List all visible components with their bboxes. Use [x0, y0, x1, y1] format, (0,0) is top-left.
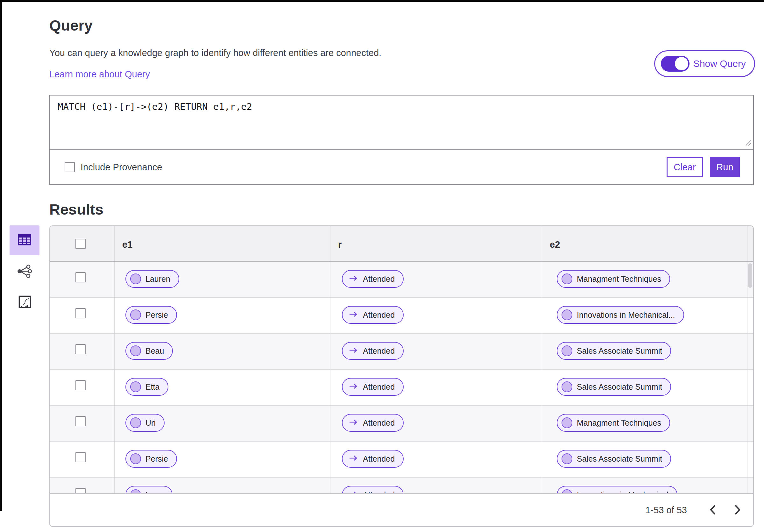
- cell-e1: Uri: [114, 406, 330, 441]
- entity-circle-icon: [562, 489, 572, 493]
- network-view-button[interactable]: [15, 263, 34, 281]
- relation-pill[interactable]: Attended: [342, 414, 404, 432]
- relation-arrow-icon: [349, 454, 358, 463]
- results-table: e1 r e2 Lauren: [49, 225, 754, 527]
- row-checkbox-cell: [50, 477, 114, 493]
- table-row: Lauren Attended Managment Techniques: [50, 262, 753, 298]
- select-all-checkbox[interactable]: [76, 239, 86, 249]
- scrollbar-gutter: [747, 298, 753, 333]
- relation-pill[interactable]: Attended: [342, 378, 404, 396]
- cell-e2: Managment Techniques: [542, 262, 747, 297]
- entity-pill[interactable]: Larry: [125, 486, 173, 493]
- entity-pill[interactable]: Sales Associate Summit: [557, 342, 671, 360]
- entity-pill[interactable]: Lauren: [125, 270, 179, 288]
- cell-r: Attended: [330, 370, 542, 405]
- next-page-button[interactable]: [731, 502, 744, 518]
- scrollbar-gutter: [747, 442, 753, 477]
- entity2-pill-label: Managment Techniques: [577, 418, 661, 428]
- show-query-toggle[interactable]: Show Query: [654, 50, 755, 77]
- row-checkbox[interactable]: [76, 488, 86, 493]
- cell-e2: Innovations in Mechanical: [542, 477, 747, 493]
- learn-more-link[interactable]: Learn more about Query: [49, 69, 150, 80]
- entity-circle-icon: [130, 489, 141, 493]
- entity-pill-label: Persie: [145, 454, 168, 463]
- cell-e2: Innovations in Mechanical...: [542, 298, 747, 333]
- relation-arrow-icon: [349, 275, 358, 283]
- chevron-left-icon: [709, 504, 717, 516]
- include-provenance-checkbox[interactable]: [65, 162, 75, 172]
- row-checkbox[interactable]: [76, 416, 86, 426]
- row-checkbox[interactable]: [76, 344, 86, 354]
- vertical-scrollbar[interactable]: [748, 263, 752, 288]
- row-checkbox-cell: [50, 406, 114, 441]
- column-header-r-label: r: [338, 240, 342, 250]
- screenshot-top-edge: [0, 0, 764, 2]
- relation-pill[interactable]: Attended: [342, 342, 404, 360]
- entity-pill[interactable]: Persie: [125, 450, 177, 468]
- entity-circle-icon: [130, 309, 141, 320]
- entity-pill[interactable]: Managment Techniques: [557, 414, 670, 432]
- resize-handle-icon[interactable]: [745, 139, 752, 147]
- cell-e2: Sales Associate Summit: [542, 442, 747, 477]
- entity-pill[interactable]: Sales Associate Summit: [557, 378, 671, 396]
- chevron-right-icon: [733, 504, 742, 516]
- entity-pill[interactable]: Etta: [125, 378, 168, 396]
- pagination-range: 1-53 of 53: [645, 505, 687, 515]
- entity-pill[interactable]: Persie: [125, 306, 177, 324]
- relation-arrow-icon: [349, 383, 358, 391]
- page-title: Query: [49, 17, 93, 34]
- cell-e1: Larry: [114, 477, 330, 493]
- screenshot-left-edge: [0, 0, 2, 511]
- relation-pill-label: Attended: [363, 310, 395, 320]
- entity2-pill-label: Sales Associate Summit: [577, 454, 662, 463]
- row-checkbox-cell: [50, 334, 114, 369]
- entity-pill-label: Larry: [145, 490, 164, 493]
- column-header-e2-label: e2: [550, 240, 560, 250]
- query-input[interactable]: MATCH (e1)-[r]->(e2) RETURN e1,r,e2: [50, 95, 753, 149]
- relation-pill[interactable]: Attended: [342, 486, 404, 493]
- toggle-switch-icon[interactable]: [661, 56, 689, 72]
- cell-r: Attended: [330, 298, 542, 333]
- cell-e1: Persie: [114, 298, 330, 333]
- map-view-button[interactable]: [17, 294, 33, 311]
- row-checkbox[interactable]: [76, 308, 86, 318]
- query-panel: MATCH (e1)-[r]->(e2) RETURN e1,r,e2 Incl…: [49, 95, 754, 185]
- table-view-button[interactable]: [10, 225, 40, 255]
- clear-button[interactable]: Clear: [667, 157, 703, 177]
- query-toolbar: Include Provenance Clear Run: [50, 150, 753, 184]
- cell-e1: Etta: [114, 370, 330, 405]
- row-checkbox[interactable]: [76, 380, 86, 390]
- row-checkbox[interactable]: [76, 452, 86, 462]
- entity-pill[interactable]: Sales Associate Summit: [557, 450, 671, 468]
- table-row: Persie Attended Innovations in Mechanica…: [50, 298, 753, 334]
- entity-pill[interactable]: Managment Techniques: [557, 270, 670, 288]
- run-button[interactable]: Run: [710, 157, 740, 177]
- entity2-pill-label: Sales Associate Summit: [577, 346, 662, 356]
- toggle-knob: [675, 57, 688, 70]
- row-checkbox-cell: [50, 442, 114, 477]
- relation-pill-label: Attended: [363, 382, 395, 392]
- relation-pill[interactable]: Attended: [342, 450, 404, 468]
- row-checkbox[interactable]: [76, 272, 86, 282]
- relation-pill-label: Attended: [363, 418, 395, 428]
- relation-pill[interactable]: Attended: [342, 270, 404, 288]
- entity-pill[interactable]: Beau: [125, 342, 173, 360]
- cell-e1: Persie: [114, 442, 330, 477]
- previous-page-button[interactable]: [707, 502, 719, 518]
- column-header-e2: e2: [542, 226, 747, 261]
- entity-pill[interactable]: Innovations in Mechanical...: [557, 306, 684, 324]
- query-editor: MATCH (e1)-[r]->(e2) RETURN e1,r,e2: [50, 95, 753, 150]
- entity2-pill-label: Managment Techniques: [577, 274, 661, 284]
- table-rows: Lauren Attended Managment Techniques: [50, 262, 753, 493]
- entity-pill[interactable]: Uri: [125, 414, 165, 432]
- show-query-label: Show Query: [693, 58, 746, 69]
- relation-pill[interactable]: Attended: [342, 306, 404, 324]
- entity-pill-label: Lauren: [145, 274, 170, 284]
- scrollbar-gutter: [747, 334, 753, 369]
- cell-e1: Lauren: [114, 262, 330, 297]
- scrollbar-gutter: [747, 406, 753, 441]
- relation-pill-label: Attended: [363, 274, 395, 284]
- row-checkbox-cell: [50, 262, 114, 297]
- entity-pill-label: Persie: [145, 310, 168, 320]
- entity-pill[interactable]: Innovations in Mechanical: [557, 486, 677, 493]
